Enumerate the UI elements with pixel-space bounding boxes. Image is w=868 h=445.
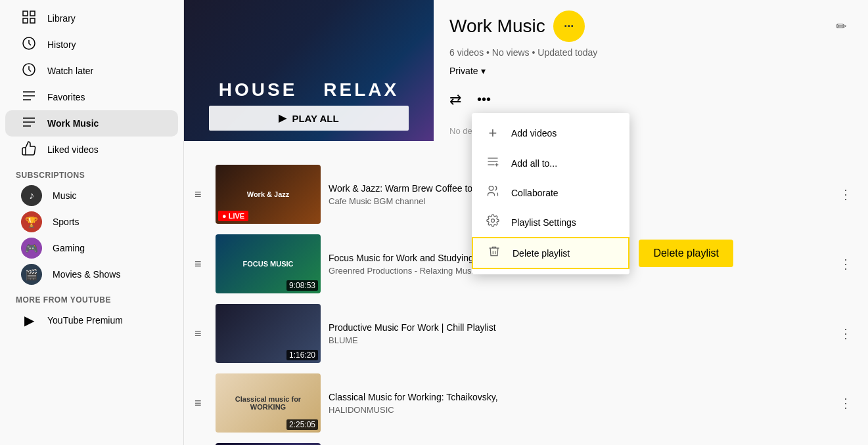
video-item-v3[interactable]: ≡ 1:16:20 Productive Music For Work | Ch…	[184, 299, 868, 368]
sidebar-label-gaming: Gaming	[53, 243, 85, 253]
delete-playlist-label: Delete playlist	[513, 248, 570, 259]
video-duration: 1:16:20	[286, 350, 318, 360]
add-icon: +	[485, 125, 501, 142]
playlist-meta: 6 videos • No views • Updated today	[449, 47, 852, 58]
movies-icon: 🎬	[21, 264, 42, 285]
video-info: Productive Music For Work | Chill Playli…	[329, 322, 826, 345]
sidebar-label-library: Library	[47, 13, 76, 24]
video-thumbnail: Classical music for WORKING 2:25:05	[216, 373, 321, 433]
privacy-label: Private	[449, 66, 478, 76]
sidebar-item-liked-videos[interactable]: Liked videos	[5, 137, 178, 163]
thumb-label: Classical music for WORKING	[216, 392, 321, 413]
sports-icon: 🏆	[21, 211, 42, 232]
video-more-icon[interactable]: ⋮	[834, 181, 857, 207]
sidebar-label-youtube-premium: YouTube Premium	[47, 315, 123, 326]
edit-icon: ✏	[836, 19, 847, 33]
more-dots-icon: ···	[564, 20, 574, 33]
playlist-title-row: Work Music ··· ✏	[449, 11, 852, 42]
context-menu: + Add videos Add all to...	[472, 113, 629, 274]
sidebar-label-music: Music	[53, 190, 77, 201]
shuffle-icon: ⇄	[449, 91, 461, 108]
sidebar-label-watch-later: Watch later	[47, 66, 93, 76]
liked-icon	[21, 140, 37, 159]
menu-collaborate[interactable]: Collaborate	[472, 178, 629, 207]
music-icon: ♪	[21, 185, 42, 206]
privacy-button[interactable]: Private ▾	[449, 63, 486, 79]
sidebar-item-favorites[interactable]: Favorites	[5, 84, 178, 110]
playlist-icon	[21, 114, 37, 133]
live-badge: ● LIVE	[218, 211, 248, 221]
library-icon	[21, 9, 37, 28]
svg-point-17	[489, 186, 493, 191]
menu-delete-playlist[interactable]: Delete playlist Delete playlist	[472, 237, 629, 269]
sidebar-item-watch-later[interactable]: Watch later	[5, 58, 178, 84]
sidebar-item-history[interactable]: History	[5, 32, 178, 58]
watch-later-icon	[21, 62, 37, 81]
more-title: MORE FROM YOUTUBE	[0, 287, 183, 307]
playlist-settings-label: Playlist Settings	[511, 217, 576, 228]
sidebar-label-sports: Sports	[53, 217, 79, 227]
subscriptions-title: SUBSCRIPTIONS	[0, 163, 183, 182]
playlist-title: Work Music	[449, 16, 545, 37]
thumb-text: HOUSE RELAX	[219, 79, 399, 100]
settings-icon	[485, 214, 501, 230]
edit-playlist-button[interactable]: ✏	[831, 13, 852, 39]
play-all-label: PLAY ALL	[292, 113, 338, 124]
thumb-label: FOCUS MUSIC	[240, 257, 296, 270]
svg-point-18	[491, 219, 495, 222]
video-title: Productive Music For Work | Chill Playli…	[329, 322, 552, 333]
sidebar-item-sports[interactable]: 🏆 Sports	[5, 209, 178, 235]
svg-rect-2	[23, 18, 28, 23]
collaborate-label: Collaborate	[511, 188, 559, 198]
playlist-thumbnail: HOUSE RELAX ▶ PLAY ALL	[184, 0, 434, 141]
video-item-v4[interactable]: ≡ Classical music for WORKING 2:25:05 Cl…	[184, 368, 868, 438]
sidebar-item-youtube-premium[interactable]: ▶ YouTube Premium	[5, 307, 178, 333]
more-options-button[interactable]: ···	[553, 11, 585, 42]
playlist-more-button[interactable]: •••	[472, 89, 496, 110]
video-more-icon[interactable]: ⋮	[834, 390, 857, 416]
video-more-icon[interactable]: ⋮	[834, 251, 857, 277]
video-thumbnail: FOCUS MUSIC 9:08:53	[216, 234, 321, 293]
video-thumbnail: Work & Jazz ● LIVE	[216, 165, 321, 224]
svg-rect-0	[23, 11, 28, 16]
add-all-to-label: Add all to...	[511, 158, 557, 169]
video-thumbnail: 1:16:20	[216, 304, 321, 363]
sidebar-item-music[interactable]: ♪ Music	[5, 182, 178, 209]
video-title: Classical Music for Working: Tchaikovsky…	[329, 392, 552, 402]
shuffle-button[interactable]: ⇄	[449, 91, 461, 108]
svg-rect-3	[30, 18, 35, 23]
chevron-down-icon: ▾	[481, 66, 486, 76]
sidebar-item-work-music[interactable]: Work Music	[5, 110, 178, 137]
svg-rect-1	[30, 11, 35, 16]
gaming-icon: 🎮	[21, 238, 42, 259]
thumb-text-house: HOUSE	[219, 79, 298, 100]
premium-icon: ▶	[21, 312, 37, 328]
menu-add-videos[interactable]: + Add videos	[472, 118, 629, 148]
drag-handle: ≡	[194, 188, 208, 201]
drag-handle: ≡	[194, 327, 208, 341]
sidebar-label-movies-shows: Movies & Shows	[53, 269, 120, 280]
sidebar-label-favorites: Favorites	[47, 92, 85, 102]
video-item-v5[interactable]: ≡ FOR WORK 1:00:41 For Work | Productive…	[184, 438, 868, 445]
thumb-label: Work & Jazz	[244, 188, 292, 201]
sidebar-label-liked-videos: Liked videos	[47, 144, 99, 155]
sidebar-item-movies-shows[interactable]: 🎬 Movies & Shows	[5, 261, 178, 287]
menu-playlist-settings[interactable]: Playlist Settings	[472, 207, 629, 237]
sidebar-item-library[interactable]: Library	[5, 5, 178, 32]
delete-tooltip: Delete playlist	[639, 240, 733, 267]
collaborate-icon	[485, 184, 501, 201]
thumb-text-relax: RELAX	[323, 79, 399, 100]
history-icon	[21, 35, 37, 54]
menu-add-all-to[interactable]: Add all to...	[472, 148, 629, 178]
video-duration: 2:25:05	[286, 419, 318, 430]
delete-icon	[486, 245, 502, 261]
video-info: Classical Music for Working: Tchaikovsky…	[329, 392, 826, 415]
sidebar-item-gaming[interactable]: 🎮 Gaming	[5, 235, 178, 261]
content-area: HOUSE RELAX ▶ PLAY ALL Work Music ··· ✏ …	[184, 0, 868, 445]
play-all-button[interactable]: ▶ PLAY ALL	[209, 106, 409, 131]
video-more-icon[interactable]: ⋮	[834, 320, 857, 347]
drag-handle: ≡	[194, 396, 208, 410]
sidebar-label-work-music: Work Music	[47, 118, 99, 129]
video-duration: 9:08:53	[286, 280, 318, 291]
playlist-info: Work Music ··· ✏ 6 videos • No views • U…	[434, 0, 868, 154]
